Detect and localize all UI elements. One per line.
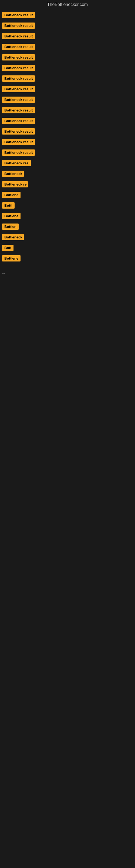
title-text: TheBottlenecker.com bbox=[47, 2, 88, 7]
bottleneck-badge[interactable]: Bottleneck res bbox=[2, 160, 31, 166]
bottleneck-badge[interactable]: Bottleneck result bbox=[2, 75, 35, 82]
bottleneck-badge[interactable]: Bottleneck result bbox=[2, 12, 35, 18]
bottleneck-badge[interactable]: Bottleneck result bbox=[2, 23, 35, 29]
list-item: Bottleneck result bbox=[0, 74, 135, 84]
list-item: Bottlene bbox=[0, 254, 135, 264]
bottleneck-badge[interactable]: Bottleneck bbox=[2, 170, 24, 177]
bottleneck-badge[interactable]: Bott bbox=[2, 245, 13, 251]
bottleneck-badge[interactable]: Bottlene bbox=[2, 213, 20, 219]
bottleneck-badge[interactable]: Bottleneck result bbox=[2, 139, 35, 145]
list-item: Bottleneck result bbox=[0, 21, 135, 31]
list-item: Bottleneck result bbox=[0, 148, 135, 158]
site-title: TheBottlenecker.com bbox=[0, 0, 135, 9]
list-item: Bottleneck result bbox=[0, 63, 135, 74]
bottleneck-badge[interactable]: Bottleneck re bbox=[2, 181, 28, 187]
bottleneck-badge[interactable]: Bottl bbox=[2, 203, 14, 209]
list-item: Bottleneck result bbox=[0, 127, 135, 137]
list-item: Bottleneck result bbox=[0, 53, 135, 63]
bottleneck-badge[interactable]: Bottlene bbox=[2, 255, 20, 261]
ellipsis-text: ... bbox=[2, 271, 5, 275]
list-item: Bottleneck bbox=[0, 169, 135, 180]
list-item: Bottleneck result bbox=[0, 42, 135, 53]
list-item: Bottleneck result bbox=[0, 137, 135, 148]
list-item: Bottleneck re bbox=[0, 180, 135, 190]
list-item: Bottleneck res bbox=[0, 158, 135, 169]
list-item: Bottleneck result bbox=[0, 116, 135, 127]
bottleneck-badge[interactable]: Bottleneck result bbox=[2, 33, 35, 39]
bottleneck-badge[interactable]: Bottleneck result bbox=[2, 44, 35, 50]
list-item: Bottlen bbox=[0, 222, 135, 232]
list-item: Bottlene bbox=[0, 190, 135, 201]
list-item: Bott bbox=[0, 243, 135, 254]
list-item: Bottleneck bbox=[0, 232, 135, 243]
bottleneck-badge[interactable]: Bottleneck result bbox=[2, 97, 35, 103]
list-item: Bottleneck result bbox=[0, 84, 135, 95]
bottleneck-badge[interactable]: Bottleneck result bbox=[2, 107, 35, 113]
list-item: Bottlene bbox=[0, 211, 135, 222]
list-item: Bottleneck result bbox=[0, 105, 135, 116]
list-item: Bottleneck result bbox=[0, 31, 135, 42]
bottleneck-badge[interactable]: Bottleneck result bbox=[2, 54, 35, 61]
bottleneck-badge[interactable]: Bottleneck result bbox=[2, 128, 35, 134]
bottleneck-badge[interactable]: Bottleneck result bbox=[2, 118, 35, 124]
bottleneck-badge[interactable]: Bottlene bbox=[2, 192, 20, 198]
ellipsis-area: ... bbox=[0, 265, 135, 280]
bottleneck-badge[interactable]: Bottleneck result bbox=[2, 150, 35, 156]
list-item: Bottleneck result bbox=[0, 95, 135, 105]
items-container: Bottleneck resultBottleneck resultBottle… bbox=[0, 9, 135, 265]
bottleneck-badge[interactable]: Bottlen bbox=[2, 223, 18, 230]
list-item: Bottl bbox=[0, 201, 135, 211]
list-item: Bottleneck result bbox=[0, 10, 135, 21]
bottleneck-badge[interactable]: Bottleneck result bbox=[2, 86, 35, 92]
bottleneck-badge[interactable]: Bottleneck bbox=[2, 234, 24, 240]
bottleneck-badge[interactable]: Bottleneck result bbox=[2, 65, 35, 71]
